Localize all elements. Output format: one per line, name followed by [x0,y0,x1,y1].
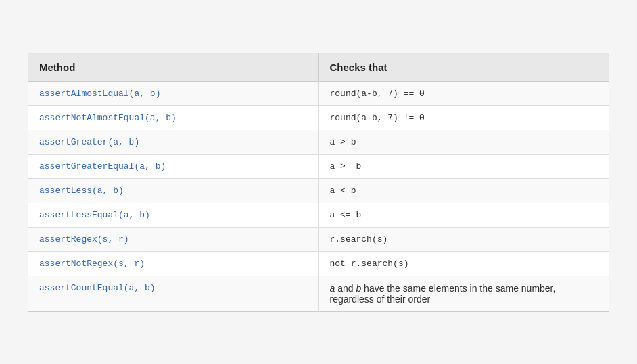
table-row: assertCountEqual(a, b)a and b have the s… [28,276,609,311]
table-row: assertAlmostEqual(a, b)round(a-b, 7) == … [28,81,609,105]
check-cell: a >= b [318,154,609,178]
check-cell: round(a-b, 7) == 0 [318,81,609,105]
check-cell: a > b [318,130,609,154]
method-cell: assertGreaterEqual(a, b) [28,154,318,178]
table-row: assertNotRegex(s, r)not r.search(s) [28,251,609,276]
table-row: assertLess(a, b)a < b [28,178,609,203]
check-cell: a < b [318,178,609,203]
method-cell: assertCountEqual(a, b) [28,276,318,311]
table-row: assertGreaterEqual(a, b)a >= b [28,154,609,178]
check-cell: a and b have the same elements in the sa… [318,276,609,311]
check-cell: not r.search(s) [318,251,609,276]
method-cell: assertNotAlmostEqual(a, b) [28,105,318,130]
method-cell: assertNotRegex(s, r) [28,251,318,276]
table-row: assertGreater(a, b)a > b [28,130,609,154]
check-cell: round(a-b, 7) != 0 [318,105,609,130]
table-row: assertLessEqual(a, b)a <= b [28,203,609,227]
checks-column-header: Checks that [318,53,609,82]
table-header-row: Method Checks that [28,53,609,82]
method-column-header: Method [28,53,318,82]
method-cell: assertAlmostEqual(a, b) [28,81,318,105]
table-row: assertRegex(s, r)r.search(s) [28,227,609,251]
method-cell: assertLess(a, b) [28,178,318,203]
check-cell: a <= b [318,203,609,227]
table-row: assertNotAlmostEqual(a, b)round(a-b, 7) … [28,105,609,130]
check-cell: r.search(s) [318,227,609,251]
main-table-container: Method Checks that assertAlmostEqual(a, … [28,53,609,312]
method-cell: assertLessEqual(a, b) [28,203,318,227]
method-cell: assertGreater(a, b) [28,130,318,154]
method-cell: assertRegex(s, r) [28,227,318,251]
methods-table: Method Checks that assertAlmostEqual(a, … [28,53,609,311]
